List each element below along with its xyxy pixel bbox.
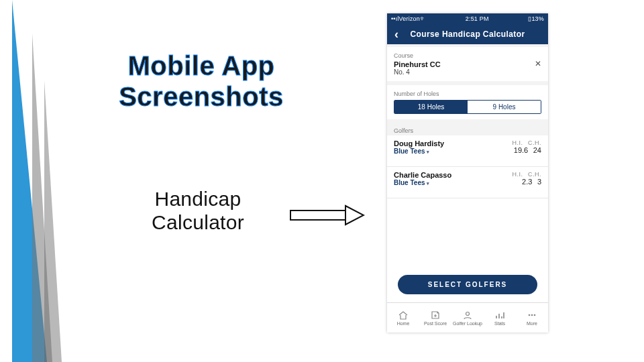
home-icon	[398, 310, 409, 320]
golfer-row[interactable]: Doug Hardisty Blue Tees H.I. C.H. 19.6 2…	[387, 135, 548, 167]
svg-rect-0	[290, 210, 345, 220]
tab-home[interactable]: Home	[387, 303, 419, 333]
golfer-ch: 24	[533, 146, 541, 154]
clear-course-button[interactable]: ✕	[535, 59, 541, 68]
accent-stripe-gray2	[44, 80, 62, 362]
tab-label: Golfer Lookup	[453, 321, 482, 326]
screen-title: Course Handicap Calculator	[406, 29, 548, 39]
golfer-row[interactable]: Charlie Capasso Blue Tees H.I. C.H. 2.3 …	[387, 167, 548, 198]
select-golfers-button[interactable]: SELECT GOLFERS	[398, 275, 537, 294]
tab-more[interactable]: More	[516, 303, 548, 333]
tab-golfer-lookup[interactable]: Golfer Lookup	[451, 303, 484, 333]
golfer-hi: 19.6	[514, 146, 528, 154]
status-carrier: Verizon	[399, 15, 420, 22]
slide-title: Mobile App Screenshots	[94, 50, 309, 112]
svg-point-5	[534, 314, 536, 316]
holes-segmented: 18 Holes 9 Holes	[394, 100, 541, 114]
tab-bar: Home Post Score Golfer Lookup Stats More	[387, 302, 548, 333]
nav-bar: ‹ Course Handicap Calculator	[387, 24, 548, 44]
spacer	[387, 198, 548, 265]
course-tee: No. 4	[394, 68, 541, 76]
golfers-label: Golfers	[387, 123, 548, 135]
tab-stats[interactable]: Stats	[484, 303, 516, 333]
tab-post-score[interactable]: Post Score	[419, 303, 451, 333]
status-signal-icon: ••ıl	[391, 15, 399, 22]
course-section: Course Pinehurst CC No. 4 ✕	[387, 47, 548, 81]
svg-marker-1	[345, 206, 364, 225]
ch-label: C.H.	[528, 171, 541, 178]
hi-label: H.I.	[512, 171, 523, 178]
hi-label: H.I.	[512, 139, 523, 146]
golfer-hi: 2.3	[522, 178, 532, 186]
holes-label: Number of Holes	[394, 90, 541, 97]
slide-subtitle: Handicap Calculator	[111, 188, 285, 234]
tab-label: Stats	[494, 321, 505, 326]
tab-label: Home	[397, 321, 410, 326]
golfer-ch: 3	[537, 178, 541, 186]
golfer-name: Charlie Capasso	[394, 171, 512, 179]
tab-label: Post Score	[424, 321, 447, 326]
golfer-name: Doug Hardisty	[394, 139, 512, 147]
svg-point-3	[529, 314, 531, 316]
status-wifi-icon: ᯤ	[420, 15, 426, 22]
course-name: Pinehurst CC	[394, 60, 541, 68]
golfer-lookup-icon	[462, 310, 473, 320]
golfer-tees-dropdown[interactable]: Blue Tees	[394, 147, 512, 155]
more-icon	[527, 310, 537, 320]
stats-icon	[494, 310, 505, 320]
status-bar: ••ıl Verizon ᯤ 2:51 PM ▯ 13%	[387, 13, 548, 24]
app-body: Course Pinehurst CC No. 4 ✕ Number of Ho…	[387, 44, 548, 333]
cta-area: SELECT GOLFERS	[387, 265, 548, 302]
golfer-tees-dropdown[interactable]: Blue Tees	[394, 179, 512, 186]
status-battery: 13%	[531, 15, 544, 22]
status-time: 2:51 PM	[426, 15, 528, 22]
segment-9-holes[interactable]: 9 Holes	[468, 101, 541, 113]
svg-point-2	[466, 312, 470, 315]
course-label: Course	[394, 52, 541, 59]
slide: Mobile App Screenshots Handicap Calculat…	[0, 0, 644, 362]
arrow-right-icon	[290, 204, 365, 226]
holes-section: Number of Holes 18 Holes 9 Holes	[387, 85, 548, 119]
segment-18-holes[interactable]: 18 Holes	[394, 101, 468, 113]
phone-screenshot: ••ıl Verizon ᯤ 2:51 PM ▯ 13% ‹ Course Ha…	[387, 13, 548, 333]
back-button[interactable]: ‹	[387, 28, 406, 40]
post-score-icon	[430, 310, 441, 320]
ch-label: C.H.	[528, 139, 541, 146]
svg-point-4	[531, 314, 533, 316]
tab-label: More	[527, 321, 537, 326]
